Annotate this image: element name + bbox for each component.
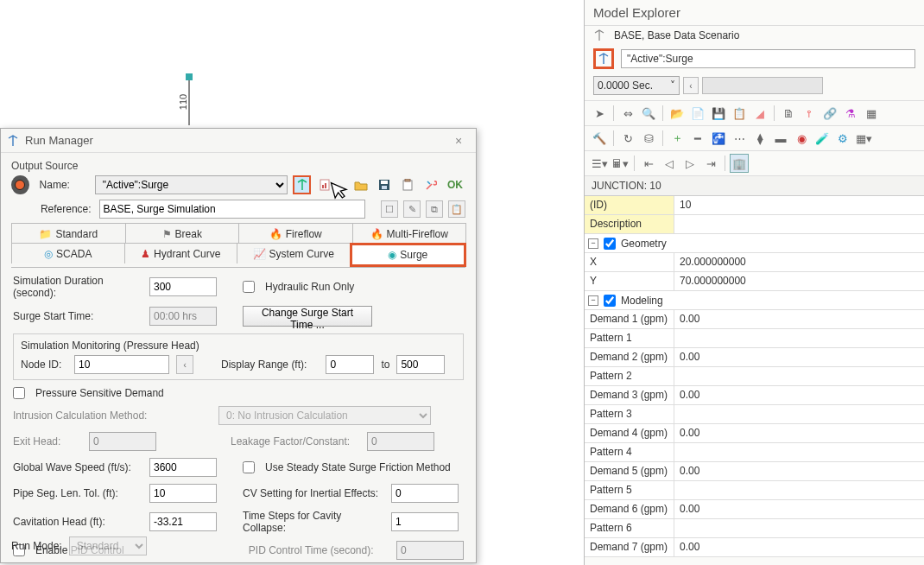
prop-value[interactable]: 20.000000000 [674,253,924,271]
nav-next-icon[interactable]: ▷ [680,154,699,173]
node-id-picker-button[interactable]: ‹ [176,355,193,374]
time-steps-input[interactable] [391,512,459,531]
node-marker[interactable] [186,73,193,80]
element-type-junction-icon[interactable]: 🏢 [730,154,749,173]
prop-value[interactable]: 0.00 [674,424,924,442]
hyperlink-icon[interactable]: 🔗 [820,104,839,123]
filter-icon[interactable]: ☰▾ [590,154,609,173]
flask-icon[interactable]: ⚗ [841,104,860,123]
collapse-icon[interactable]: − [588,295,598,306]
property-grid[interactable]: (ID)10Description− GeometryX20.000000000… [585,196,924,565]
save-icon[interactable] [376,175,394,194]
prop-value[interactable]: 0.00 [674,386,924,404]
open-folder-icon[interactable] [352,175,370,194]
node-id-input[interactable] [74,355,169,374]
pump-icon[interactable]: ◉ [792,129,811,148]
group-header[interactable]: − Modeling [585,291,924,309]
clipboard-toolbar-icon[interactable]: 📋 [730,104,749,123]
pipe-seg-input[interactable] [149,484,217,503]
tap-icon[interactable]: 🚰 [709,129,728,148]
tab-standard[interactable]: 📁Standard [11,223,126,244]
valve-icon[interactable]: ⧫ [750,129,769,148]
grid-icon[interactable]: ▦▾ [854,129,873,148]
display-range-from-input[interactable] [326,355,374,374]
active-scenario-input[interactable]: "Active":Surge [621,49,915,68]
prop-value[interactable]: 0.00 [674,500,924,518]
prop-value[interactable]: 10 [674,196,924,214]
tank-icon[interactable]: ▬ [771,129,790,148]
nav-prev-icon[interactable]: ◁ [660,154,679,173]
prop-value[interactable] [674,215,924,233]
name-select[interactable]: "Active":Surge [95,175,288,194]
folder-icon[interactable]: 📂 [668,104,687,123]
display-range-to-input[interactable] [396,355,445,374]
nav-first-icon[interactable]: ⇤ [639,154,658,173]
add-icon[interactable]: ＋ [668,129,687,148]
prop-value[interactable] [674,443,924,461]
time-select[interactable]: 0.0000 Sec.˅ [593,76,680,95]
prop-value[interactable] [674,481,924,499]
collapse-icon[interactable]: − [588,238,598,249]
table-icon[interactable]: ▦ [862,104,881,123]
group-checkbox[interactable] [604,238,616,250]
tab-multi-fireflow[interactable]: 🔥Multi-Fireflow [352,223,467,244]
pipe-icon[interactable]: ━ [688,129,707,148]
ref-copy-icon[interactable]: ⧉ [426,200,443,218]
tab-hydrant-curve[interactable]: ♟Hydrant Curve [124,243,238,263]
group-checkbox[interactable] [604,295,616,307]
global-wave-input[interactable] [149,458,217,477]
tab-scada[interactable]: ◎SCADA [11,243,125,263]
refresh-icon[interactable]: ↻ [618,129,637,148]
hydraulic-run-only-checkbox[interactable] [243,281,255,293]
prop-value[interactable]: 0.00 [674,462,924,480]
db-icon[interactable]: ⛁ [639,129,658,148]
tab-system-curve[interactable]: 📈System Curve [237,243,351,263]
active-scenario-icon[interactable] [593,48,614,69]
prop-value[interactable]: 0.00 [674,538,924,556]
new-doc-icon[interactable]: 📄 [688,104,707,123]
prop-value[interactable]: 0.00 [674,310,924,328]
clipboard-icon[interactable] [399,175,417,194]
ok-button[interactable]: OK [445,175,465,194]
dialog-close-button[interactable]: × [446,134,471,148]
tab-fireflow[interactable]: 🔥Fireflow [238,223,353,244]
settings-icon[interactable]: ⚙ [833,129,852,148]
save-disk-icon[interactable]: 💾 [709,104,728,123]
cav-head-input[interactable] [149,512,217,531]
pressure-sensitive-demand-checkbox[interactable] [13,387,25,399]
chart-icon[interactable]: ⫯ [800,104,819,123]
prop-value[interactable]: 0.00 [674,348,924,366]
prop-value[interactable]: 70.000000000 [674,272,924,290]
report-icon[interactable] [316,175,334,194]
eraser-icon[interactable]: ◢ [750,104,769,123]
prop-value[interactable] [674,405,924,423]
time-slider[interactable] [702,77,823,94]
change-surge-start-time-button[interactable]: Change Surge Start Time ... [243,306,372,327]
ref-edit-icon[interactable]: ✎ [403,200,421,218]
hammer-icon[interactable]: 🔨 [590,129,609,148]
link-icon[interactable]: ⇔ [618,104,637,123]
base-scenario-label[interactable]: BASE, Base Data Scenario [614,29,739,41]
run-button[interactable] [293,175,311,194]
time-step-prev[interactable]: ‹ [683,77,699,94]
report-toolbar-icon[interactable]: 🗎 [779,104,798,123]
test-tube-icon[interactable]: 🧪 [813,129,832,148]
pointer-icon[interactable]: ➤ [590,104,609,123]
calc-icon[interactable]: 🖩▾ [611,154,630,173]
tab-surge[interactable]: ◉Surge [350,243,467,267]
prop-value[interactable] [674,367,924,385]
dialog-titlebar[interactable]: Run Manager × [1,129,476,153]
ref-checkbox-icon[interactable]: ☐ [381,200,398,218]
group-header[interactable]: − Geometry [585,234,924,252]
zoom-icon[interactable]: 🔍 [639,104,658,123]
cv-setting-input[interactable] [391,484,459,503]
sim-duration-input[interactable] [149,277,217,296]
more-icon[interactable]: ⋯ [730,129,749,148]
tab-break[interactable]: ⚑Break [125,223,240,244]
reference-input[interactable] [99,200,366,219]
prop-value[interactable] [674,519,924,537]
prop-value[interactable] [674,329,924,347]
nav-last-icon[interactable]: ⇥ [701,154,720,173]
tools-icon[interactable] [421,175,440,194]
ref-paste-icon[interactable]: 📋 [448,200,465,218]
